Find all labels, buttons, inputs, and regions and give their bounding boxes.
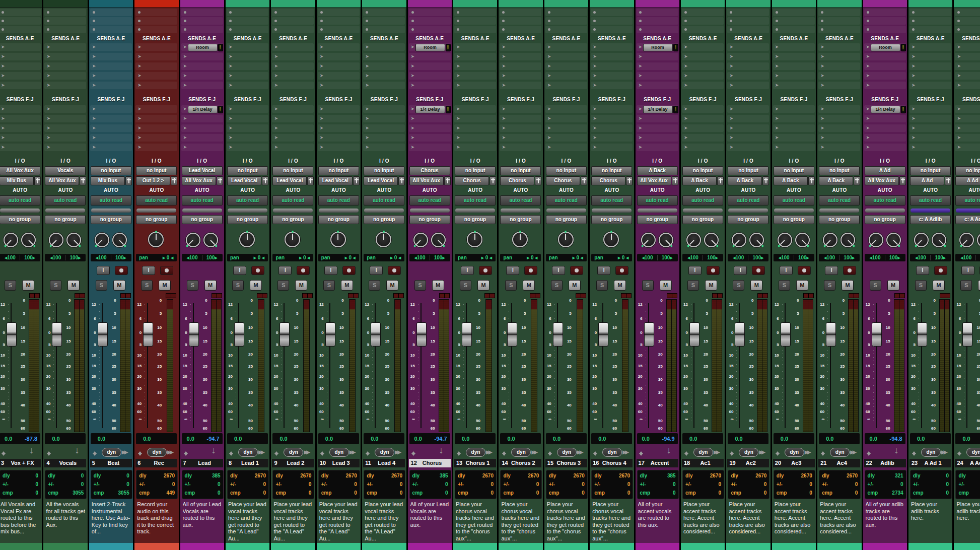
group-color-ribbon[interactable] xyxy=(319,209,359,213)
send-slot[interactable]: ➤Room xyxy=(409,43,451,51)
nudge-down-icon[interactable] xyxy=(912,453,916,458)
send-slot[interactable]: ➤ xyxy=(272,43,314,51)
volume-value[interactable]: 0.0 xyxy=(187,433,194,444)
send-slot[interactable]: ➤ xyxy=(363,124,405,132)
volume-value[interactable]: 0.0 xyxy=(689,433,697,444)
pan-value[interactable]: ▸ 0 ◂ xyxy=(390,254,401,261)
mute-button[interactable]: M xyxy=(796,280,808,291)
input-monitor-button[interactable]: I xyxy=(734,266,747,275)
record-arm-button[interactable] xyxy=(160,266,173,275)
send-slot[interactable]: ➤ xyxy=(909,105,951,113)
group-color-ribbon[interactable] xyxy=(228,209,267,213)
output-selector[interactable]: A Ad xyxy=(910,176,944,185)
output-window-button[interactable] xyxy=(444,176,451,185)
insert-slot[interactable] xyxy=(409,17,451,25)
output-selector[interactable]: All Vox Aux xyxy=(865,176,899,185)
send-quarter-delay-button[interactable]: 1/4 Delay xyxy=(415,106,445,113)
volume-display[interactable]: 0.0 xyxy=(728,433,768,444)
send-slot[interactable]: ➤ xyxy=(727,72,769,80)
track-name[interactable]: 21Ac4 xyxy=(818,459,860,467)
send-slot[interactable]: ➤ xyxy=(318,144,360,151)
pan-left-value[interactable]: ◂100 xyxy=(912,254,930,261)
pan-value[interactable]: ▸ 0 ◂ xyxy=(527,254,537,261)
pan-right-value[interactable]: 100▸ xyxy=(112,254,130,261)
automation-mode-selector[interactable]: auto read xyxy=(318,195,359,205)
send-slot[interactable]: ➤Room xyxy=(181,43,223,51)
input-selector[interactable]: Chorus xyxy=(409,166,450,175)
automation-mode-selector[interactable]: auto read xyxy=(272,195,313,205)
track-comments[interactable]: Place your chorus vocal tracks here and … xyxy=(592,501,632,542)
fast-forward-icon[interactable]: ▶▶ xyxy=(258,449,263,455)
send-slot[interactable]: ➤ xyxy=(181,124,223,132)
track-comments[interactable]: Place your adlib tracks here. xyxy=(911,501,950,542)
pan-value[interactable]: ▸ 0 ◂ xyxy=(573,254,583,261)
send-slot[interactable]: ➤ xyxy=(90,53,132,60)
pan-display[interactable]: pan▸ 0 ◂ xyxy=(546,254,587,261)
output-selector[interactable]: Lead Vocal xyxy=(364,176,398,185)
send-slot[interactable]: ➤ xyxy=(454,53,496,60)
mute-button[interactable]: M xyxy=(67,280,80,291)
pan-left-value[interactable]: ◂100 xyxy=(866,254,884,261)
send-slot[interactable]: ➤ xyxy=(637,144,678,151)
send-slot[interactable]: ➤ xyxy=(773,82,815,89)
record-arm-button[interactable] xyxy=(798,266,811,275)
pan-display[interactable]: ◂100100▸ xyxy=(819,254,860,261)
fader-cap[interactable] xyxy=(507,322,517,347)
pan-display[interactable]: pan▸ 0 ◂ xyxy=(318,254,359,261)
track-name[interactable]: 5Beat xyxy=(90,459,132,467)
automation-mode-selector[interactable]: auto read xyxy=(455,195,496,205)
send-slot[interactable]: ➤ xyxy=(90,43,132,51)
insert-slot[interactable] xyxy=(955,9,980,16)
input-selector[interactable]: no input xyxy=(318,166,359,175)
send-slot[interactable]: ➤ xyxy=(682,82,724,89)
insert-slot[interactable] xyxy=(135,17,177,25)
volume-value[interactable]: 0.0 xyxy=(414,433,422,444)
send-slot[interactable]: ➤ xyxy=(545,43,587,51)
nudge-down-icon[interactable] xyxy=(457,453,461,458)
output-window-button[interactable] xyxy=(808,176,815,185)
output-selector[interactable]: A Back xyxy=(682,176,717,185)
group-color-ribbon[interactable] xyxy=(683,209,723,213)
group-selector[interactable]: no group xyxy=(865,215,905,224)
fast-forward-icon[interactable]: ▶▶ xyxy=(850,449,855,455)
send-slot[interactable]: ➤ xyxy=(637,115,678,122)
input-selector[interactable]: All Vox Aux xyxy=(0,166,40,175)
mute-button[interactable]: M xyxy=(614,280,626,291)
dyn-button[interactable]: dyn xyxy=(739,448,758,457)
record-arm-button[interactable] xyxy=(388,266,401,275)
automation-mode-selector[interactable]: auto read xyxy=(500,195,541,205)
input-monitor-button[interactable]: I xyxy=(461,266,474,275)
output-window-arrow-icon[interactable]: ↓ xyxy=(75,445,79,456)
track-comments[interactable]: All Vocals and Vocal Fx are routed to th… xyxy=(1,501,40,542)
fader-cap[interactable] xyxy=(917,322,927,347)
send-slot[interactable]: ➤ xyxy=(591,124,633,132)
volume-display[interactable]: 0.0 xyxy=(774,433,814,444)
send-slot[interactable]: ➤ xyxy=(181,62,223,70)
output-window-button[interactable] xyxy=(34,176,41,185)
output-selector[interactable]: Out 1-2 > xyxy=(136,176,170,185)
track-comments[interactable]: Place your accent tracks here. Accent tr… xyxy=(820,501,859,542)
insert-slot[interactable] xyxy=(272,9,314,16)
send-slot[interactable]: ➤ xyxy=(682,115,724,122)
group-color-ribbon[interactable] xyxy=(819,209,859,213)
pan-knob-left[interactable] xyxy=(686,233,701,247)
send-slot[interactable]: ➤ xyxy=(682,134,724,142)
send-slot[interactable]: ➤ xyxy=(500,82,541,89)
solo-button[interactable]: S xyxy=(141,280,153,291)
volume-value[interactable]: 0.0 xyxy=(325,433,333,444)
output-window-arrow-icon[interactable]: ↓ xyxy=(894,445,899,456)
send-slot[interactable]: ➤ xyxy=(545,144,587,151)
send-slot[interactable]: ➤ xyxy=(272,82,314,89)
insert-slot[interactable] xyxy=(500,9,541,16)
send-slot[interactable]: ➤ xyxy=(955,105,980,113)
mute-button[interactable]: M xyxy=(477,280,489,291)
output-window-button[interactable] xyxy=(762,176,769,185)
volume-display[interactable]: 0.0 xyxy=(819,433,860,444)
dyn-button[interactable]: dyn xyxy=(329,448,349,457)
send-slot[interactable]: ➤ xyxy=(135,134,177,142)
send-quarter-delay-button[interactable]: 1/4 Delay xyxy=(188,106,218,113)
send-slot[interactable]: ➤ xyxy=(0,53,41,60)
input-monitor-button[interactable]: I xyxy=(961,266,974,275)
volume-value[interactable]: 0.0 xyxy=(642,433,650,444)
group-color-ribbon[interactable] xyxy=(136,209,176,213)
